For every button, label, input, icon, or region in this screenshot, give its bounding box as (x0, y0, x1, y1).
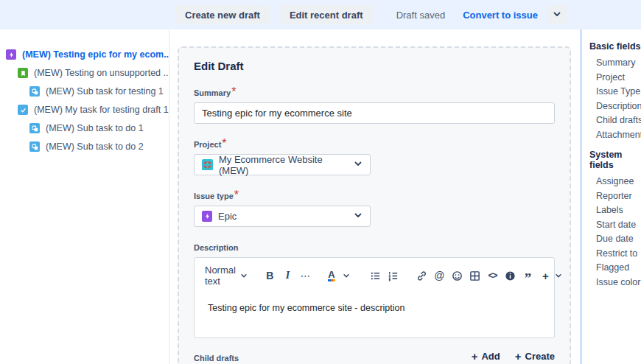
field-link-issue-color[interactable]: Issue color (589, 276, 641, 290)
table-button[interactable] (469, 269, 481, 282)
project-select-value: My Ecommerce Website (MEW) (219, 154, 342, 176)
required-asterisk: * (222, 137, 226, 150)
summary-input[interactable] (194, 102, 555, 124)
required-asterisk: * (234, 189, 239, 201)
plus-icon: + (472, 350, 478, 363)
tree-item-label: (MEW) Sub task to do 1 (46, 123, 144, 133)
create-child-draft-button[interactable]: + Create (515, 350, 555, 363)
chevron-down-icon (354, 159, 362, 170)
tree-item-task[interactable]: (MEW) My task for testing draft 1 (0, 101, 169, 119)
top-toolbar: Create new draft Edit recent draft Draft… (0, 0, 641, 29)
project-label: Project (194, 140, 221, 149)
tree-item-story[interactable]: (MEW) Testing on unsupported ... (0, 64, 169, 82)
text-style-dropdown[interactable]: Normal text (205, 265, 248, 287)
chevron-down-icon (354, 211, 362, 222)
field-link-attachment[interactable]: Attachment (589, 128, 641, 143)
field-link-due-date[interactable]: Due date (589, 232, 641, 247)
numbered-list-button[interactable] (387, 269, 399, 282)
field-link-child-drafts[interactable]: Child drafts (589, 113, 641, 128)
chevron-down-icon (240, 270, 248, 281)
edit-recent-draft-button[interactable]: Edit recent draft (279, 5, 374, 24)
text-color-button[interactable]: A (328, 270, 335, 281)
field-link-labels[interactable]: Labels (589, 203, 641, 218)
system-fields-header: System fields (589, 150, 641, 170)
chevron-down-icon[interactable] (340, 269, 353, 282)
description-text[interactable]: Testing epic for my ecommerce site - des… (195, 292, 554, 324)
field-link-reporter[interactable]: Reporter (589, 189, 641, 204)
subtask-icon (29, 141, 40, 152)
field-link-start-date[interactable]: Start date (589, 218, 641, 233)
emoji-button[interactable] (451, 269, 463, 282)
tree-item-label: (MEW) Sub task to do 2 (46, 141, 144, 152)
subtask-icon (29, 86, 40, 97)
project-avatar-icon (202, 159, 213, 170)
edit-draft-card: Edit Draft Summary* Project* My Ecommerc… (178, 46, 571, 364)
story-icon (18, 68, 28, 78)
page-title: Edit Draft (194, 60, 555, 72)
summary-label: Summary (194, 88, 231, 97)
add-child-draft-button[interactable]: + Add (472, 350, 500, 363)
tree-item-subtask[interactable]: (MEW) Sub task to do 1 (0, 119, 169, 137)
main-panel: Edit Draft Summary* Project* My Ecommerc… (169, 29, 582, 364)
description-label: Description (194, 243, 239, 252)
draft-tree-sidebar: (MEW) Testing epic for my ecom... (MEW) … (0, 29, 169, 364)
project-select[interactable]: My Ecommerce Website (MEW) (194, 154, 371, 175)
basic-fields-header: Basic fields (589, 41, 641, 52)
mention-button[interactable]: @ (433, 269, 446, 282)
description-editor[interactable]: Normal text B I ⋯ A (194, 257, 555, 338)
convert-to-issue-link[interactable]: Convert to issue (463, 10, 538, 21)
tree-item-label: (MEW) Testing epic for my ecom... (22, 49, 169, 60)
task-check-icon (18, 105, 28, 115)
create-new-draft-button[interactable]: Create new draft (175, 5, 270, 24)
tree-item-label: (MEW) Sub task for testing 1 (46, 86, 164, 97)
bold-button[interactable]: B (264, 269, 276, 282)
italic-button[interactable]: I (281, 269, 294, 282)
child-drafts-label: Child drafts (194, 354, 239, 363)
code-button[interactable]: <> (486, 269, 499, 282)
field-link-summary[interactable]: Summary (589, 56, 641, 71)
subtask-icon (29, 123, 40, 133)
editor-toolbar: Normal text B I ⋯ A (195, 258, 554, 292)
insert-more-button[interactable]: + (539, 269, 552, 282)
tree-item-subtask[interactable]: (MEW) Sub task to do 2 (0, 138, 169, 155)
field-link-restrict-to[interactable]: Restrict to (589, 247, 641, 262)
required-asterisk: * (231, 85, 236, 98)
issue-type-select[interactable]: Epic (194, 206, 371, 227)
bullet-list-button[interactable] (369, 269, 382, 282)
tree-item-label: (MEW) Testing on unsupported ... (34, 68, 169, 78)
field-link-issue-type[interactable]: Issue Type (589, 85, 641, 99)
issue-type-select-value: Epic (218, 211, 237, 222)
chevron-down-icon[interactable] (553, 269, 565, 282)
field-link-description[interactable]: Description (589, 99, 641, 114)
more-formatting-button[interactable]: ⋯ (299, 269, 312, 282)
tree-item-label: (MEW) My task for testing draft 1 (34, 105, 169, 115)
chevron-down-icon (553, 10, 561, 21)
plus-icon: + (515, 350, 522, 363)
tree-item-epic[interactable]: (MEW) Testing epic for my ecom... (0, 46, 169, 63)
field-link-flagged[interactable]: Flagged (589, 261, 641, 276)
link-button[interactable] (416, 269, 428, 282)
quote-button[interactable]: ” (522, 269, 534, 282)
draft-saved-status: Draft saved (396, 10, 445, 21)
epic-icon (6, 49, 16, 60)
convert-options-button[interactable] (547, 5, 567, 24)
issue-type-label: Issue type (194, 192, 234, 200)
fields-panel: Basic fields Summary Project Issue Type … (582, 29, 641, 364)
tree-item-subtask[interactable]: (MEW) Sub task for testing 1 (0, 83, 169, 100)
info-panel-button[interactable] (504, 269, 516, 282)
field-link-assignee[interactable]: Assignee (589, 175, 641, 189)
field-link-project[interactable]: Project (589, 71, 641, 85)
epic-icon (202, 211, 212, 222)
